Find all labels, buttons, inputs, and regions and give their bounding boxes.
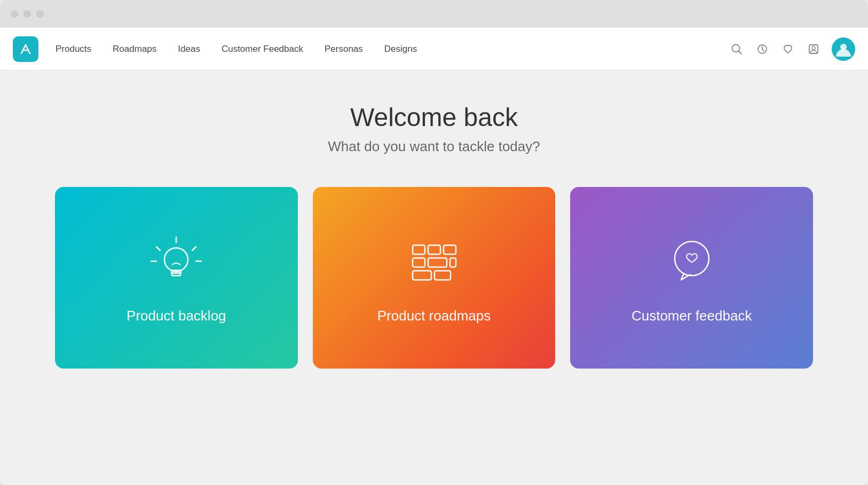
svg-line-1: [739, 51, 742, 54]
svg-rect-16: [172, 273, 180, 276]
svg-rect-19: [444, 245, 456, 254]
svg-point-25: [675, 241, 709, 276]
card-customer-feedback[interactable]: Customer feedback: [570, 187, 813, 369]
nav-designs[interactable]: Designs: [384, 44, 417, 54]
avatar-icon[interactable]: [832, 37, 855, 61]
search-icon[interactable]: [729, 42, 744, 57]
heart-icon[interactable]: [780, 42, 795, 57]
cards-grid: Product backlog: [55, 187, 813, 369]
nav-customer-feedback[interactable]: Customer Feedback: [222, 44, 303, 54]
user-icon[interactable]: [806, 42, 821, 57]
nav-roadmaps[interactable]: Roadmaps: [113, 44, 156, 54]
welcome-subtitle: What do you want to tackle today?: [328, 138, 540, 155]
svg-line-11: [192, 247, 196, 251]
nav-links: Products Roadmaps Ideas Customer Feedbac…: [56, 44, 729, 54]
grid-icon: [405, 232, 463, 293]
card-product-roadmaps[interactable]: Product roadmaps: [313, 187, 556, 369]
maximize-button[interactable]: [36, 10, 44, 18]
svg-rect-22: [450, 258, 456, 267]
svg-rect-17: [413, 245, 425, 254]
svg-point-14: [164, 248, 188, 271]
lightbulb-icon: [147, 232, 206, 293]
main-content: Welcome back What do you want to tackle …: [0, 71, 868, 485]
chat-heart-icon: [662, 232, 721, 293]
nav-personas[interactable]: Personas: [325, 44, 363, 54]
svg-point-6: [812, 46, 815, 50]
welcome-section: Welcome back What do you want to tackle …: [328, 103, 540, 155]
svg-rect-23: [413, 271, 431, 280]
minimize-button[interactable]: [23, 10, 31, 18]
titlebar: [0, 0, 868, 28]
svg-line-4: [762, 49, 764, 51]
svg-rect-18: [428, 245, 440, 254]
svg-rect-20: [413, 258, 425, 267]
svg-line-10: [156, 247, 160, 251]
nav-ideas[interactable]: Ideas: [178, 44, 200, 54]
svg-rect-21: [428, 258, 447, 267]
notification-icon[interactable]: [755, 42, 770, 57]
welcome-title: Welcome back: [328, 103, 540, 132]
card-feedback-label: Customer feedback: [632, 308, 752, 324]
svg-rect-24: [435, 271, 451, 280]
logo[interactable]: [13, 36, 38, 62]
nav-right: [729, 37, 855, 61]
card-backlog-label: Product backlog: [127, 308, 226, 324]
nav-products[interactable]: Products: [56, 44, 91, 54]
navbar: Products Roadmaps Ideas Customer Feedbac…: [0, 28, 868, 71]
app-window: Products Roadmaps Ideas Customer Feedbac…: [0, 0, 868, 485]
close-button[interactable]: [11, 10, 18, 18]
card-product-backlog[interactable]: Product backlog: [55, 187, 298, 369]
traffic-lights: [11, 10, 44, 18]
card-roadmaps-label: Product roadmaps: [377, 308, 491, 324]
